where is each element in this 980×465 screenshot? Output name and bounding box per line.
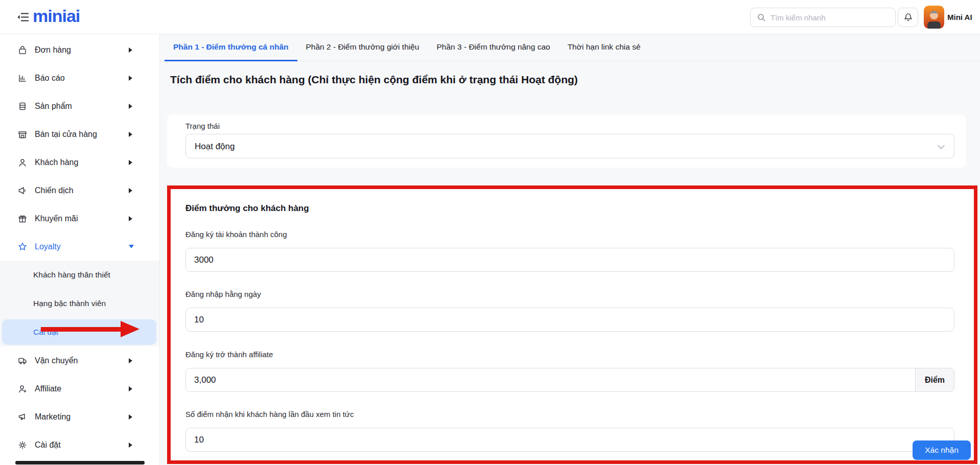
product-icon [17, 101, 28, 111]
sidebar-item-label: Chiến dịch [35, 186, 74, 195]
sidebar-item-label: Vận chuyển [35, 356, 78, 365]
sidebar-item-label: Cài đặt [35, 440, 61, 450]
chevron-right-icon [129, 216, 132, 221]
sidebar-item-label: Marketing [35, 412, 71, 422]
tab-thoi-han-link-chia-se[interactable]: Thời hạn link chia sẻ [559, 34, 649, 61]
sidebar-item-ban-tai-cua-hang[interactable]: Bán tại cửa hàng [0, 120, 159, 148]
status-card: Trạng thái Hoạt động [167, 114, 966, 168]
chevron-right-icon [129, 76, 132, 81]
status-select-value: Hoạt động [195, 134, 235, 159]
sidebar-subitem-cai-dat[interactable]: Cài đặt [0, 318, 159, 346]
rewards-section-title: Điểm thưởng cho khách hàng [185, 203, 309, 214]
chevron-right-icon [129, 358, 132, 363]
status-select[interactable]: Hoạt động [185, 134, 954, 158]
sidebar-subitem-khach-hang-than-thiet[interactable]: Khách hàng thân thiết [0, 261, 159, 289]
global-search [750, 8, 896, 27]
affiliate-icon [17, 384, 28, 394]
tab-phan-3-diem-thuong-nang-cao[interactable]: Phần 3 - Điểm thưởng nâng cao [428, 34, 558, 61]
notifications-button[interactable] [898, 8, 918, 27]
chevron-right-icon [129, 104, 132, 109]
chevron-down-icon [129, 245, 134, 248]
chevron-right-icon [129, 132, 132, 137]
field-label-so-diem-nhan-khi-khach-hang-lan-dau-xem-tin-tuc: Số điểm nhận khi khách hàng lần đầu xem … [185, 410, 354, 418]
sidebar-subitem-hang-bac-thanh-vien[interactable]: Hạng bậc thành viên [0, 289, 159, 318]
user-avatar[interactable] [924, 6, 944, 29]
sidebar-item-loyalty[interactable]: Loyalty [0, 232, 159, 261]
sidebar: Đơn hàngBáo cáoSản phẩmBán tại cửa hàngK… [0, 34, 160, 465]
sidebar-submenu-loyalty: Khách hàng thân thiếtHạng bậc thành viên… [0, 261, 159, 346]
marketing-icon [17, 412, 28, 422]
tab-phan-1-diem-thuong-ca-nhan[interactable]: Phần 1 - Điểm thưởng cá nhân [165, 34, 297, 61]
field-input-dang-ky-tro-thanh-affiliate[interactable] [185, 368, 916, 392]
chevron-right-icon [129, 188, 132, 193]
sidebar-item-label: Loyalty [35, 242, 61, 251]
truck-icon [17, 356, 28, 366]
field-input-dang-ky-tai-khoan-thanh-cong[interactable] [185, 248, 954, 272]
field-input-dang-nhap-hang-ngay[interactable] [185, 308, 954, 332]
sidebar-item-khach-hang[interactable]: Khách hàng [0, 148, 159, 176]
search-input[interactable] [771, 13, 895, 22]
star-icon [17, 242, 28, 252]
sidebar-item-san-pham[interactable]: Sản phẩm [0, 92, 159, 120]
gear-icon [17, 440, 28, 450]
sidebar-item-cai-dat[interactable]: Cài đặt [0, 431, 159, 459]
sidebar-item-label: Bán tại cửa hàng [35, 130, 97, 139]
status-label: Trạng thái [185, 122, 220, 130]
sidebar-item-don-hang[interactable]: Đơn hàng [0, 36, 159, 64]
sidebar-subitem-label: Hạng bậc thành viên [33, 299, 106, 308]
top-header: miniai [0, 0, 980, 34]
gift-icon [17, 214, 28, 224]
sidebar-item-marketing[interactable]: Marketing [0, 403, 159, 431]
chevron-right-icon [129, 48, 132, 53]
page-title: Tích điểm cho khách hàng (Chỉ thực hiện … [170, 74, 578, 86]
rewards-section: Điểm thưởng cho khách hàng Đăng ký tài k… [167, 185, 977, 464]
field-label-dang-ky-tai-khoan-thanh-cong: Đăng ký tài khoản thành công [185, 230, 287, 239]
sidebar-item-bao-cao[interactable]: Báo cáo [0, 64, 159, 92]
sidebar-item-affiliate[interactable]: Affiliate [0, 375, 159, 403]
chevron-right-icon [129, 160, 132, 165]
bell-icon [903, 12, 913, 22]
sidebar-item-label: Khách hàng [35, 158, 78, 167]
sidebar-collapse-icon[interactable] [17, 12, 29, 22]
sidebar-subitem-label: Cài đặt [33, 328, 58, 337]
sidebar-item-label: Affiliate [35, 384, 61, 393]
user-name: Mini AI [947, 0, 972, 34]
field-label-dang-nhap-hang-ngay: Đăng nhập hằng ngày [185, 290, 261, 298]
confirm-button[interactable]: Xác nhận [913, 440, 971, 460]
page: miniai [0, 0, 980, 465]
sidebar-subitem-label: Khách hàng thân thiết [33, 270, 110, 280]
tab-phan-2-diem-thuong-gioi-thieu[interactable]: Phần 2 - Điểm thưởng giới thiệu [297, 34, 428, 61]
sidebar-item-label: Sản phẩm [35, 102, 72, 111]
sidebar-menu: Đơn hàngBáo cáoSản phẩmBán tại cửa hàngK… [0, 34, 159, 459]
chevron-down-icon [938, 142, 945, 149]
store-icon [17, 129, 28, 140]
horizontal-scrollbar[interactable] [15, 461, 145, 464]
sidebar-item-label: Báo cáo [35, 74, 65, 83]
app-logo[interactable]: miniai [33, 6, 80, 26]
input-suffix-diem: Điểm [916, 368, 954, 392]
sidebar-item-label: Khuyến mãi [35, 214, 78, 223]
chevron-right-icon [129, 443, 132, 448]
bag-icon [17, 45, 28, 55]
sidebar-item-khuyen-mai[interactable]: Khuyến mãi [0, 204, 159, 232]
search-icon [757, 13, 766, 22]
sidebar-item-van-chuyen[interactable]: Vận chuyển [0, 346, 159, 375]
chevron-right-icon [129, 414, 132, 420]
report-icon [17, 73, 28, 83]
sidebar-item-chien-dich[interactable]: Chiến dịch [0, 176, 159, 204]
field-input-so-diem-nhan-khi-khach-hang-lan-dau-xem-tin-tuc[interactable] [185, 428, 954, 452]
tab-bar: Phần 1 - Điểm thưởng cá nhânPhần 2 - Điể… [160, 34, 980, 61]
customer-icon [17, 157, 28, 168]
field-label-dang-ky-tro-thanh-affiliate: Đăng ký trở thành affiliate [185, 350, 273, 359]
chevron-right-icon [129, 386, 132, 391]
campaign-icon [17, 185, 28, 196]
sidebar-item-label: Đơn hàng [35, 45, 71, 55]
